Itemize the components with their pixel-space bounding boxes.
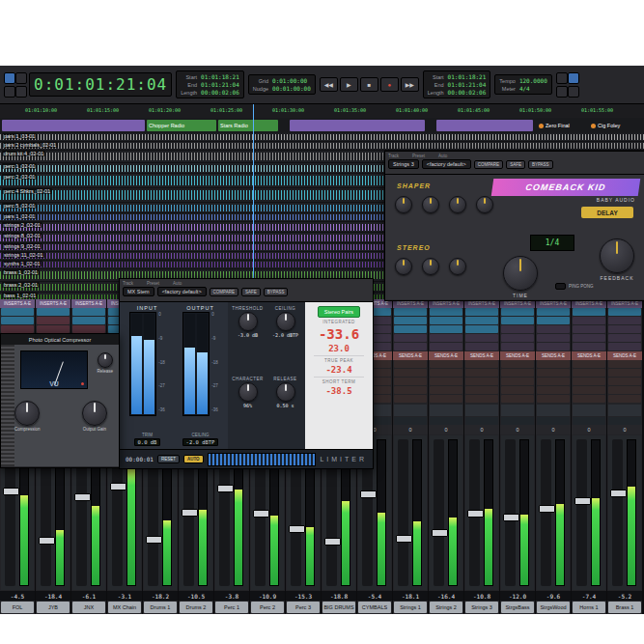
- insert-slot[interactable]: [501, 325, 534, 333]
- pan-value[interactable]: 0: [607, 425, 642, 434]
- volume-readout[interactable]: -16.4: [429, 591, 463, 601]
- trim-value[interactable]: 0.0 dB: [134, 438, 161, 446]
- bypass-button[interactable]: BYPASS: [264, 288, 289, 296]
- volume-readout[interactable]: -10.8: [464, 591, 499, 601]
- fader-handle[interactable]: [3, 488, 19, 495]
- send-slot[interactable]: [573, 386, 605, 394]
- shaper-knob[interactable]: [449, 196, 466, 213]
- fader-handle[interactable]: [432, 529, 448, 537]
- shaper-knob[interactable]: [395, 196, 412, 213]
- insert-slot[interactable]: [72, 308, 105, 316]
- fader-track[interactable]: [434, 439, 444, 586]
- volume-readout[interactable]: -3.8: [214, 591, 249, 601]
- send-slot[interactable]: [501, 395, 534, 403]
- timeline-region[interactable]: Chopper Radio: [147, 120, 216, 131]
- insert-slot[interactable]: [573, 317, 605, 324]
- volume-readout[interactable]: -7.4: [572, 591, 606, 601]
- insert-slot[interactable]: [501, 334, 534, 342]
- insert-slot[interactable]: [608, 343, 641, 350]
- send-slot[interactable]: [394, 378, 427, 385]
- ping-pong-toggle[interactable]: [555, 283, 566, 290]
- fader-handle[interactable]: [324, 538, 341, 546]
- send-slot[interactable]: [608, 369, 641, 377]
- send-slot[interactable]: [537, 386, 570, 394]
- insert-slot[interactable]: [465, 308, 498, 316]
- send-slot[interactable]: [537, 395, 570, 403]
- stereo-knob[interactable]: [449, 258, 466, 275]
- fader-handle[interactable]: [503, 514, 519, 521]
- track-name-button[interactable]: CYMBALS: [358, 602, 391, 613]
- length-value[interactable]: 00:00:02:06: [201, 89, 239, 96]
- automation-mode[interactable]: [537, 417, 570, 425]
- compare-button[interactable]: COMPARE: [474, 160, 503, 169]
- track-name-button[interactable]: Horns 1: [573, 602, 605, 613]
- insert-slot[interactable]: [430, 317, 462, 324]
- safe-button[interactable]: SAFE: [241, 288, 261, 296]
- track-name-button[interactable]: Drums 1: [144, 602, 177, 613]
- insert-slot[interactable]: [537, 343, 570, 350]
- insert-slot[interactable]: [501, 317, 534, 324]
- send-slot[interactable]: [537, 360, 570, 368]
- volume-readout[interactable]: -6.1: [71, 591, 106, 601]
- insert-slot[interactable]: [430, 334, 462, 342]
- grabber-tool-icon[interactable]: [15, 86, 27, 98]
- insert-slot[interactable]: [37, 325, 70, 333]
- session-setup-icon[interactable]: [556, 86, 568, 98]
- stereo-knob[interactable]: [395, 258, 412, 275]
- mix-window-icon[interactable]: [556, 72, 568, 84]
- fader-handle[interactable]: [39, 537, 55, 545]
- start-value[interactable]: 01:01:18:21: [201, 73, 239, 80]
- automation-mode[interactable]: [394, 417, 427, 425]
- play-button[interactable]: ▶: [340, 77, 358, 92]
- fader-handle[interactable]: [182, 509, 198, 517]
- trim-tool-icon[interactable]: [15, 72, 27, 84]
- preset-selector[interactable]: <factory default>: [157, 287, 207, 296]
- timeline-region[interactable]: [290, 120, 425, 131]
- automation-mode[interactable]: [465, 417, 498, 425]
- send-slot[interactable]: [465, 378, 498, 385]
- track-name-button[interactable]: Drums 2: [180, 602, 212, 613]
- insert-slot[interactable]: [37, 308, 70, 316]
- end-value[interactable]: 01:01:21:04: [201, 81, 239, 88]
- send-slot[interactable]: [430, 369, 462, 377]
- track-selector[interactable]: MX Stem: [123, 287, 154, 296]
- nudge-value[interactable]: 00:01:00:00: [272, 85, 311, 92]
- timeline-marker[interactable]: Zero Final: [537, 120, 585, 131]
- zoom-tool-icon[interactable]: [4, 72, 15, 84]
- insert-slot[interactable]: [537, 317, 570, 324]
- volume-readout[interactable]: -5.4: [357, 591, 392, 601]
- pan-value[interactable]: 0: [393, 425, 428, 434]
- send-slot[interactable]: [465, 386, 498, 394]
- volume-readout[interactable]: -12.0: [500, 591, 535, 601]
- stereo-knob[interactable]: [422, 258, 439, 275]
- fader-handle[interactable]: [289, 525, 305, 533]
- timeline-region[interactable]: [436, 120, 533, 131]
- fader-handle[interactable]: [74, 493, 91, 501]
- shaper-knob[interactable]: [422, 196, 439, 213]
- insert-slot[interactable]: [72, 325, 105, 333]
- insert-slot[interactable]: [430, 308, 462, 316]
- delay-mode-tab[interactable]: DELAY: [581, 207, 633, 218]
- compare-button[interactable]: COMPARE: [210, 288, 238, 296]
- track-name-button[interactable]: Brass 1: [608, 602, 641, 613]
- threshold-knob[interactable]: [238, 312, 258, 331]
- track-name-button[interactable]: JYB: [37, 602, 70, 613]
- select-tool-icon[interactable]: [4, 86, 15, 98]
- send-slot[interactable]: [501, 386, 534, 394]
- time-knob[interactable]: [503, 256, 538, 291]
- fader-handle[interactable]: [610, 490, 627, 497]
- pan-value[interactable]: 0: [429, 425, 463, 434]
- insert-slot[interactable]: [537, 334, 570, 342]
- rewind-button[interactable]: ◀◀: [320, 77, 338, 92]
- insert-slot[interactable]: [1, 325, 34, 333]
- send-slot[interactable]: [608, 386, 641, 394]
- insert-slot[interactable]: [394, 334, 427, 342]
- track-lane[interactable]: pars 2 cymbals_02-01: [0, 142, 644, 150]
- insert-slot[interactable]: [573, 334, 605, 342]
- release-knob[interactable]: [98, 352, 113, 368]
- fader-handle[interactable]: [574, 497, 591, 505]
- timecode-ruler[interactable]: 01:01:10:0001:01:15:0001:01:20:0001:01:2…: [0, 104, 644, 119]
- volume-readout[interactable]: -18.8: [322, 591, 356, 601]
- fader-handle[interactable]: [110, 483, 126, 490]
- insert-slot[interactable]: [608, 308, 641, 316]
